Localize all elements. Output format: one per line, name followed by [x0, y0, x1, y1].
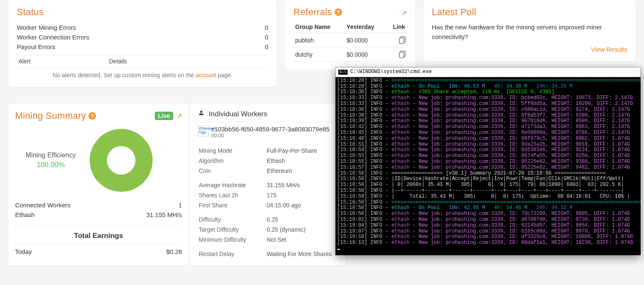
individual-workers-card: Individual Workers Ethereum logo c103bb5…: [190, 104, 345, 265]
cmd-icon: C:\: [338, 70, 348, 75]
person-icon: [198, 110, 205, 118]
cmd-body: [15:18:28] INFO - ======================…: [335, 77, 641, 255]
workers-title: Individual Workers: [209, 110, 267, 118]
alerts-col-details: Details: [109, 58, 127, 65]
total-earnings-header: Total Earnings: [15, 225, 182, 240]
poll-card: Latest Poll Has the new hardware for the…: [423, 0, 636, 61]
mining-summary-card: Mining Summary ? Live ↗ Mining Efficienc…: [8, 104, 189, 265]
cmd-title-text: C:\WINDOWS\system32\cmd.exe: [350, 69, 431, 75]
help-icon[interactable]: ?: [88, 112, 96, 120]
status-rows: Worker Mining Errors0Worker Connection E…: [17, 23, 268, 52]
efficiency-label: Mining Efficiency: [15, 152, 86, 159]
worker-id: c103bb56-f650-4859-9677-3a8083079e85: [211, 126, 338, 133]
referral-row: publish$0.0000: [293, 33, 407, 47]
copy-icon[interactable]: [399, 37, 405, 42]
account-link[interactable]: account: [195, 72, 216, 78]
live-badge: Live: [155, 112, 173, 120]
referrals-title: Referrals: [293, 7, 332, 18]
worker-row[interactable]: Ethereum logo c103bb56-f650-4859-9677-3a…: [198, 122, 338, 142]
alerts-col-alert: Alert: [17, 58, 109, 65]
status-card: Status Worker Mining Errors0Worker Conne…: [8, 0, 277, 87]
external-link-icon[interactable]: ↗: [177, 112, 182, 120]
alerts-empty: No alerts detected. Set up custom mining…: [17, 68, 268, 78]
poll-title: Latest Poll: [432, 7, 627, 18]
poll-question: Has the new hardware for the mining serv…: [432, 23, 627, 42]
external-link-icon[interactable]: ↗: [401, 9, 407, 17]
alerts-header: Alert Details: [17, 55, 268, 68]
view-results-link[interactable]: View Results: [591, 46, 627, 53]
referrals-table: Group Name Yesterday Link publish$0.0000…: [293, 21, 407, 62]
cmd-titlebar[interactable]: C:\ C:\WINDOWS\system32\cmd.exe: [335, 67, 641, 77]
worker-details: Mining ModeFull-Pay-Per-ShareAlgorithmEt…: [198, 145, 338, 259]
help-icon[interactable]: ?: [335, 8, 342, 16]
referral-row: dutchy$0.0000: [293, 47, 407, 62]
efficiency-donut-icon: [90, 129, 153, 192]
efficiency-value: 100.00%: [15, 161, 86, 169]
copy-icon[interactable]: [399, 51, 405, 57]
ethereum-icon: Ethereum logo: [198, 126, 209, 136]
cmd-window[interactable]: C:\ C:\WINDOWS\system32\cmd.exe [15:18:2…: [335, 67, 641, 255]
mining-title: Mining Summary: [15, 110, 86, 121]
status-title: Status: [17, 7, 268, 18]
referrals-card: Referrals ? ↗ Group Name Yesterday Link …: [285, 0, 415, 70]
